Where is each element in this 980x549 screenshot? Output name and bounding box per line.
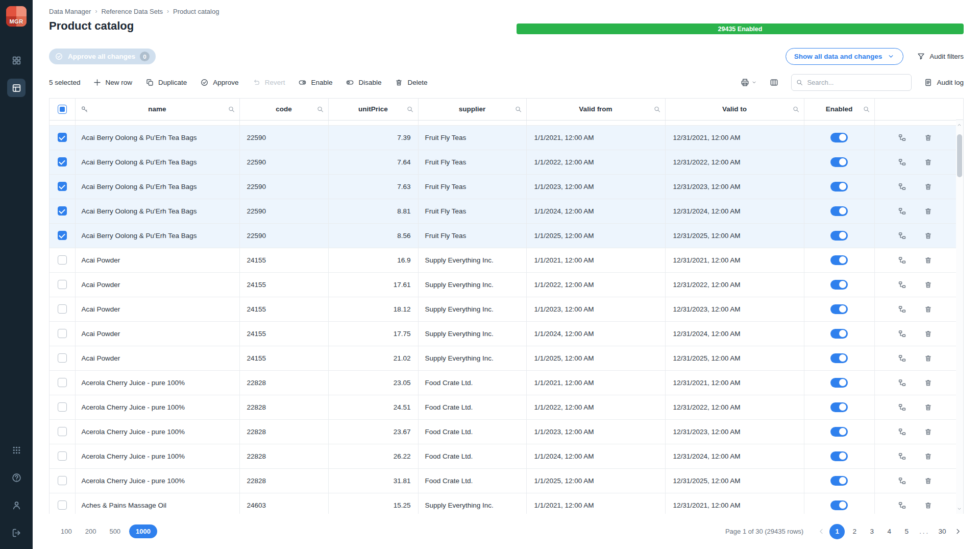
row-delete-icon[interactable] — [924, 329, 933, 338]
page-button-3[interactable]: 3 — [864, 524, 879, 539]
column-header-name[interactable]: name — [75, 99, 239, 120]
page-size-1000[interactable]: 1000 — [129, 524, 157, 538]
enabled-toggle[interactable] — [830, 353, 848, 363]
enabled-toggle[interactable] — [830, 329, 848, 339]
row-checkbox[interactable] — [58, 353, 67, 363]
select-all-checkbox[interactable] — [58, 105, 67, 114]
row-delete-icon[interactable] — [924, 378, 933, 387]
enabled-toggle[interactable] — [830, 476, 848, 486]
duplicate-button[interactable]: Duplicate — [145, 78, 187, 87]
row-reference-icon[interactable] — [898, 329, 906, 338]
column-header-valid-to[interactable]: Valid to — [665, 99, 804, 120]
row-checkbox[interactable] — [58, 476, 67, 485]
enable-button[interactable]: Enable — [298, 78, 332, 87]
approve-button[interactable]: Approve — [200, 78, 238, 87]
row-reference-icon[interactable] — [898, 256, 906, 265]
row-reference-icon[interactable] — [898, 427, 906, 436]
sidebar-item-apps[interactable] — [10, 444, 22, 456]
column-header-supplier[interactable]: supplier — [418, 99, 526, 120]
page-button-4[interactable]: 4 — [881, 524, 897, 539]
row-reference-icon[interactable] — [898, 158, 906, 166]
enabled-toggle[interactable] — [830, 133, 848, 142]
page-size-200[interactable]: 200 — [81, 525, 101, 538]
column-search-icon[interactable] — [792, 105, 800, 113]
column-search-icon[interactable] — [653, 105, 661, 113]
column-search-icon[interactable] — [228, 105, 235, 113]
enabled-toggle[interactable] — [830, 451, 848, 461]
enabled-toggle[interactable] — [830, 231, 848, 241]
enabled-toggle[interactable] — [830, 500, 848, 510]
row-delete-icon[interactable] — [924, 427, 933, 436]
table-row[interactable]: Acai Berry Oolong & Pu'Erh Tea Bags 2259… — [50, 223, 956, 248]
row-reference-icon[interactable] — [898, 207, 906, 216]
table-row[interactable]: Acai Berry Oolong & Pu'Erh Tea Bags 2259… — [50, 150, 956, 174]
next-page-button[interactable] — [952, 526, 964, 537]
row-reference-icon[interactable] — [898, 378, 906, 387]
show-all-data-button[interactable]: Show all data and changes — [786, 48, 904, 65]
row-delete-icon[interactable] — [924, 280, 933, 289]
row-checkbox[interactable] — [58, 378, 67, 387]
page-button-30[interactable]: 30 — [935, 524, 950, 539]
page-button-1[interactable]: 1 — [829, 524, 845, 539]
row-checkbox[interactable] — [58, 255, 67, 265]
row-reference-icon[interactable] — [898, 182, 906, 191]
row-checkbox[interactable] — [58, 133, 67, 142]
row-checkbox[interactable] — [58, 231, 67, 240]
approve-all-changes-button[interactable]: Approve all changes 0 — [49, 49, 156, 64]
row-delete-icon[interactable] — [924, 182, 933, 191]
delete-button[interactable]: Delete — [395, 78, 427, 87]
table-scrollbar[interactable] — [956, 99, 963, 514]
row-reference-icon[interactable] — [898, 133, 906, 142]
row-delete-icon[interactable] — [924, 452, 933, 461]
row-reference-icon[interactable] — [898, 476, 906, 485]
table-row[interactable]: Acai Powder 24155 17.61 Supply Everythin… — [50, 272, 956, 297]
row-reference-icon[interactable] — [898, 452, 906, 461]
table-row[interactable]: Acai Berry Oolong & Pu'Erh Tea Bags 2259… — [50, 125, 956, 150]
sidebar-item-datasets[interactable] — [7, 51, 26, 69]
audit-log-button[interactable]: Audit log — [924, 78, 964, 87]
audit-filters-button[interactable]: Audit filters — [917, 52, 964, 61]
enabled-toggle[interactable] — [830, 402, 848, 412]
scrollbar-track[interactable] — [956, 120, 963, 514]
scrollbar-thumb[interactable] — [957, 134, 962, 177]
table-row[interactable]: Acai Powder 24155 18.12 Supply Everythin… — [50, 297, 956, 321]
enabled-toggle[interactable] — [830, 206, 848, 216]
enabled-toggle[interactable] — [830, 378, 848, 388]
row-reference-icon[interactable] — [898, 231, 906, 240]
row-reference-icon[interactable] — [898, 501, 906, 510]
row-checkbox[interactable] — [58, 500, 67, 510]
export-button[interactable] — [740, 78, 757, 87]
row-delete-icon[interactable] — [924, 207, 933, 216]
column-search-icon[interactable] — [863, 105, 870, 113]
column-search-icon[interactable] — [316, 105, 324, 113]
enabled-toggle[interactable] — [830, 182, 848, 192]
row-checkbox[interactable] — [58, 329, 67, 338]
page-button-5[interactable]: 5 — [899, 524, 914, 539]
disable-button[interactable]: Disable — [346, 78, 381, 87]
row-checkbox[interactable] — [58, 280, 67, 289]
row-delete-icon[interactable] — [924, 256, 933, 265]
row-delete-icon[interactable] — [924, 476, 933, 485]
breadcrumb-item[interactable]: Data Manager — [49, 8, 91, 15]
table-row[interactable]: Acerola Cherry Juice - pure 100% 22828 2… — [50, 419, 956, 444]
table-row[interactable]: Acai Powder 24155 21.02 Supply Everythin… — [50, 346, 956, 370]
row-delete-icon[interactable] — [924, 501, 933, 510]
search-input[interactable] — [791, 74, 912, 91]
breadcrumb-item[interactable]: Reference Data Sets — [101, 8, 163, 15]
row-delete-icon[interactable] — [924, 133, 933, 142]
row-checkbox[interactable] — [58, 402, 67, 412]
table-row[interactable]: Acai Berry Oolong & Pu'Erh Tea Bags 2259… — [50, 174, 956, 199]
row-checkbox[interactable] — [58, 451, 67, 461]
row-delete-icon[interactable] — [924, 231, 933, 240]
scrollbar-up-arrow[interactable] — [957, 122, 962, 128]
enabled-toggle[interactable] — [830, 304, 848, 314]
row-delete-icon[interactable] — [924, 403, 933, 412]
table-row[interactable]: Acai Powder 24155 17.75 Supply Everythin… — [50, 321, 956, 346]
table-row[interactable]: Acerola Cherry Juice - pure 100% 22828 2… — [50, 444, 956, 468]
column-header-valid-from[interactable]: Valid from — [526, 99, 665, 120]
enabled-toggle[interactable] — [830, 427, 848, 437]
sidebar-item-reference-data[interactable] — [7, 79, 26, 97]
sidebar-item-logout[interactable] — [10, 527, 22, 539]
row-reference-icon[interactable] — [898, 280, 906, 289]
table-row[interactable]: Acerola Cherry Juice - pure 100% 22828 2… — [50, 370, 956, 395]
